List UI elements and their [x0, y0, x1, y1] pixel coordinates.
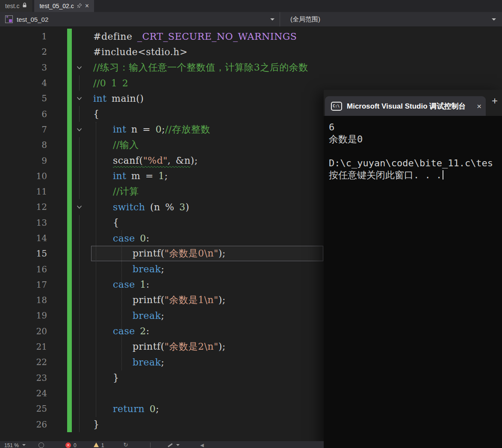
change-tracking-bar	[67, 199, 72, 215]
scrollbar-left-arrow[interactable]: ◀	[200, 442, 204, 448]
fold-margin	[72, 246, 86, 261]
line-number: 13	[0, 218, 47, 228]
line-number: 18	[0, 295, 47, 305]
fold-margin[interactable]	[72, 60, 86, 75]
fold-chevron-icon[interactable]	[77, 94, 82, 102]
code-token: //存放整数	[165, 124, 210, 135]
fold-margin[interactable]	[72, 199, 86, 215]
code-token: (n %	[145, 202, 179, 212]
fold-chevron-icon[interactable]	[77, 64, 82, 71]
line-number: 24	[0, 388, 47, 398]
pin-icon[interactable]	[77, 3, 82, 9]
close-icon[interactable]: ×	[85, 3, 89, 9]
fold-guide	[79, 339, 80, 354]
tab-test-05-02-c[interactable]: test_05_02.c ×	[34, 0, 94, 12]
code-token: main()	[107, 93, 144, 104]
fold-guide	[79, 324, 80, 339]
code-token: );	[219, 248, 226, 259]
change-tracking-bar	[67, 386, 72, 401]
code-token: ;	[161, 310, 165, 321]
console-tab[interactable]: C:\ Microsoft Visual Studio 调试控制台 ×	[325, 96, 486, 116]
line-number: 19	[0, 310, 47, 321]
fold-guide	[79, 416, 80, 432]
code-text: //练习：输入任意一个整数值，计算除3之后的余数	[86, 61, 502, 74]
change-tracking-bar	[67, 230, 72, 246]
scope-dropdown[interactable]: (全局范围)	[280, 12, 502, 27]
navigation-bar: test_05_02 (全局范围)	[0, 12, 502, 27]
fold-guide	[79, 277, 80, 292]
new-tab-icon[interactable]: +	[492, 96, 498, 106]
fold-margin	[72, 230, 86, 246]
file-scope-dropdown[interactable]: test_05_02	[0, 12, 280, 27]
line-number: 20	[0, 326, 47, 336]
fold-margin[interactable]	[72, 91, 86, 106]
line-number: 17	[0, 280, 47, 290]
chevron-down-icon	[270, 18, 275, 21]
change-tracking-bar	[67, 215, 72, 230]
code-token: //练习：输入任意一个整数值，计算除3之后的余数	[93, 62, 308, 73]
fold-guide	[79, 292, 80, 308]
change-tracking-bar	[67, 122, 72, 137]
console-app-icon: C:\	[331, 102, 342, 111]
code-line[interactable]: 4//0 1 2	[0, 75, 502, 91]
change-tracking-bar	[67, 168, 72, 184]
code-token: );	[219, 295, 226, 305]
code-token: "%d"	[143, 155, 168, 166]
refresh-icon[interactable]: ↻	[123, 442, 128, 447]
fold-guide	[79, 153, 80, 168]
chevron-down-icon	[492, 18, 496, 21]
code-token: ;	[165, 171, 168, 181]
code-text: //0 1 2	[86, 78, 502, 88]
line-number: 8	[0, 140, 47, 150]
code-cleanup-icon[interactable]	[168, 443, 173, 447]
debug-console-window[interactable]: C:\ Microsoft Visual Studio 调试控制台 × + 6余…	[324, 90, 502, 448]
change-tracking-bar	[67, 277, 72, 292]
health-indicator-icon[interactable]	[38, 442, 44, 448]
fold-guide	[79, 354, 80, 370]
code-token: break	[133, 264, 161, 274]
code-token: break	[133, 357, 161, 368]
code-token: (	[139, 155, 143, 166]
code-line[interactable]: 1#define _CRT_SECURE_NO_WARNINGS	[0, 29, 502, 44]
code-token: return	[113, 404, 145, 414]
zoom-level[interactable]: 151 %	[4, 442, 19, 448]
fold-margin	[72, 106, 86, 121]
c-file-icon	[5, 15, 13, 23]
divider	[150, 442, 151, 448]
change-tracking-bar	[67, 339, 72, 354]
fold-margin	[72, 29, 86, 44]
line-number: 16	[0, 264, 47, 274]
change-tracking-bar	[67, 370, 72, 386]
console-title-bar[interactable]: C:\ Microsoft Visual Studio 调试控制台 × +	[324, 90, 502, 116]
fold-margin	[72, 75, 86, 91]
error-count[interactable]: 0	[74, 442, 77, 448]
code-line[interactable]: 3//练习：输入任意一个整数值，计算除3之后的余数	[0, 60, 502, 75]
fold-margin	[72, 184, 86, 199]
document-tab-bar: test.c test_05_02.c ×	[0, 0, 502, 12]
error-icon[interactable]: ×	[65, 442, 71, 448]
tab-test-c[interactable]: test.c	[0, 0, 32, 12]
fold-chevron-icon[interactable]	[77, 203, 82, 211]
code-token: break	[133, 310, 161, 321]
fold-margin	[72, 153, 86, 168]
code-token: );	[219, 341, 226, 352]
fold-guide	[79, 215, 80, 230]
code-token: int	[93, 93, 107, 104]
fold-guide	[79, 401, 80, 416]
warning-count[interactable]: 1	[101, 442, 104, 448]
fold-chevron-icon[interactable]	[77, 126, 82, 133]
fold-guide	[79, 370, 80, 386]
code-token: #include	[93, 47, 138, 57]
warning-icon[interactable]	[94, 442, 99, 447]
code-line[interactable]: 2#include<stdio.h>	[0, 44, 502, 59]
fold-margin[interactable]	[72, 122, 86, 137]
line-number: 4	[0, 78, 47, 88]
close-icon[interactable]: ×	[477, 102, 481, 110]
change-tracking-bar	[67, 44, 72, 59]
code-token: }	[93, 419, 100, 430]
code-token	[93, 310, 133, 321]
code-token: "余数是1\n"	[165, 295, 219, 305]
code-token: int	[113, 171, 127, 181]
code-token: printf(	[93, 295, 165, 305]
change-tracking-bar	[67, 91, 72, 106]
